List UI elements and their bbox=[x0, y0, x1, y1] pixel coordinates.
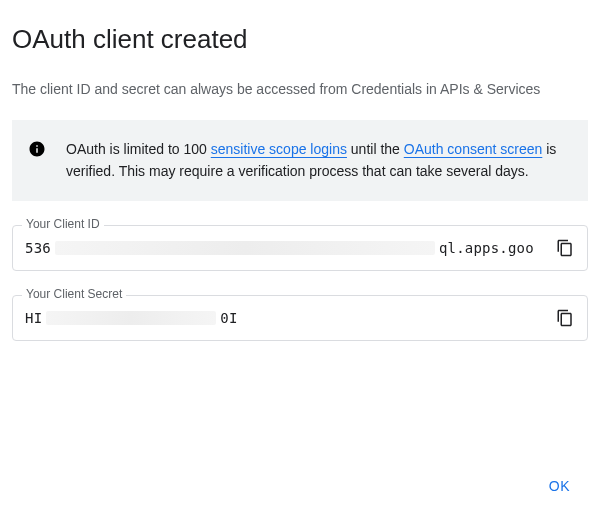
redacted-segment bbox=[55, 241, 435, 255]
dialog-title: OAuth client created bbox=[12, 24, 588, 55]
client-secret-prefix: HI bbox=[25, 310, 42, 326]
sensitive-scope-link[interactable]: sensitive scope logins bbox=[211, 141, 347, 157]
info-icon bbox=[28, 140, 46, 158]
copy-client-secret-button[interactable] bbox=[555, 308, 575, 328]
dialog-footer: OK bbox=[537, 470, 582, 502]
info-banner: OAuth is limited to 100 sensitive scope … bbox=[12, 120, 588, 201]
client-secret-label: Your Client Secret bbox=[22, 287, 126, 301]
client-id-value: 536 ql.apps.goo bbox=[25, 240, 545, 256]
client-secret-field: Your Client Secret HI 0I bbox=[12, 295, 588, 341]
copy-client-id-button[interactable] bbox=[555, 238, 575, 258]
client-secret-suffix: 0I bbox=[220, 310, 237, 326]
redacted-segment bbox=[46, 311, 216, 325]
consent-screen-link[interactable]: OAuth consent screen bbox=[404, 141, 543, 157]
client-id-label: Your Client ID bbox=[22, 217, 104, 231]
client-id-suffix: ql.apps.goo bbox=[439, 240, 534, 256]
info-text: OAuth is limited to 100 sensitive scope … bbox=[66, 138, 570, 183]
ok-button[interactable]: OK bbox=[537, 470, 582, 502]
info-pre: OAuth is limited to 100 bbox=[66, 141, 211, 157]
client-id-prefix: 536 bbox=[25, 240, 51, 256]
client-secret-value: HI 0I bbox=[25, 310, 545, 326]
copy-icon bbox=[556, 239, 574, 257]
client-id-field: Your Client ID 536 ql.apps.goo bbox=[12, 225, 588, 271]
dialog-subtitle: The client ID and secret can always be a… bbox=[12, 79, 588, 100]
info-mid: until the bbox=[347, 141, 404, 157]
copy-icon bbox=[556, 309, 574, 327]
